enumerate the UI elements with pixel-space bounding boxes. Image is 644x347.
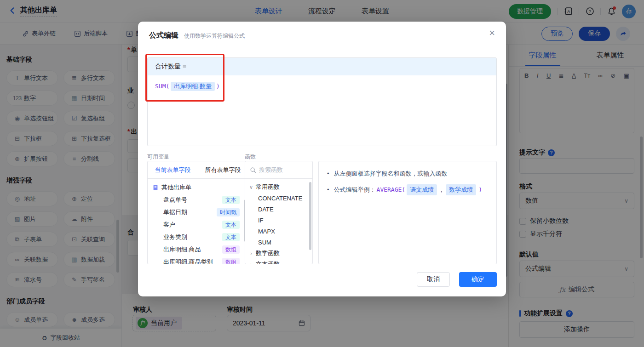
variable-type-badge: 文本 <box>222 196 240 204</box>
help-line-1: • 从左侧面板选择字段名和函数，或输入函数 <box>327 169 488 179</box>
modal-header: 公式编辑 使用数学运算符编辑公式 <box>149 31 245 40</box>
variable-name: 出库明细.商品类别 <box>163 258 213 265</box>
example-chip: 语文成绩 <box>407 184 437 195</box>
functions-panel: ∨ 常用函数 CONCATENATEDATEIFMAPXSUM › 数学函数 ›… <box>245 161 313 264</box>
formula-target: 合计数量 = <box>155 63 186 71</box>
example-close-paren: ) <box>478 185 482 195</box>
common-function-items: CONCATENATEDATEIFMAPXSUM <box>245 193 312 248</box>
tab-all-form-fields[interactable]: 所有表单字段 <box>198 161 248 178</box>
help-line-2: • 公式编辑举例：AVERAGE(语文成绩，数学成绩) <box>327 184 488 195</box>
search-icon <box>250 167 256 173</box>
variables-list: 其他出库单 盘点单号 文本 单据日期 时间戳 客户 文本 <box>148 179 248 264</box>
chevron-down-icon: ∨ <box>249 184 253 190</box>
variable-type-badge: 时间戳 <box>217 208 240 216</box>
functions-section-label: 函数 <box>245 153 256 161</box>
functions-scrollbar[interactable] <box>309 182 311 250</box>
modal-title: 公式编辑 <box>149 31 178 40</box>
screen: 其他出库单 表单设计 流程设定 表单设置 数据管理 A ? 存 <box>0 0 644 347</box>
formula-function: SUM( <box>155 83 169 90</box>
confirm-button[interactable]: 确定 <box>459 272 497 287</box>
formula-edit-modal: 公式编辑 使用数学运算符编辑公式 × 合计数量 = SUM(出库明细.数量) 可… <box>138 22 506 296</box>
chevron-right-icon: › <box>249 262 253 264</box>
cancel-button[interactable]: 取消 <box>417 272 450 287</box>
variable-row[interactable]: 盘点单号 文本 <box>148 193 248 206</box>
group-label: 常用函数 <box>256 183 280 191</box>
close-icon[interactable]: × <box>489 28 495 38</box>
variable-rows: 盘点单号 文本 单据日期 时间戳 客户 文本 业务类别 文本 出库明细. <box>148 193 248 264</box>
tab-current-form-fields[interactable]: 当前表单字段 <box>148 161 198 178</box>
root-node-label: 其他出库单 <box>161 183 191 192</box>
variable-name: 业务类别 <box>163 233 187 241</box>
function-search-input[interactable] <box>259 166 308 173</box>
group-common-functions[interactable]: ∨ 常用函数 <box>245 182 312 193</box>
variables-section-label: 可用变量 <box>147 153 169 161</box>
variables-root-node[interactable]: 其他出库单 <box>148 181 248 193</box>
function-item[interactable]: DATE <box>245 204 312 215</box>
variable-row[interactable]: 出库明细.商品 数组 <box>148 243 248 256</box>
document-icon <box>152 184 159 191</box>
function-item[interactable]: SUM <box>245 237 312 248</box>
formula-close-paren: ) <box>216 83 220 90</box>
group-label: 数学函数 <box>256 249 280 257</box>
variable-name: 盘点单号 <box>163 196 187 204</box>
variable-row[interactable]: 出库明细.商品类别 数组 <box>148 256 248 264</box>
variable-row[interactable]: 客户 文本 <box>148 218 248 231</box>
variables-panel: 当前表单字段 所有表单字段 其他出库单 盘点单号 文本 单据日期 时间戳 <box>147 161 248 264</box>
variable-row[interactable]: 业务类别 文本 <box>148 231 248 243</box>
chevron-right-icon: › <box>249 250 253 256</box>
variable-type-badge: 数组 <box>222 245 240 254</box>
variable-type-badge: 数组 <box>222 258 240 265</box>
variable-type-badge: 文本 <box>222 221 240 229</box>
variables-tabs: 当前表单字段 所有表单字段 <box>148 161 248 179</box>
field-chip[interactable]: 出库明细.数量 <box>171 82 215 91</box>
formula-expression: SUM(出库明细.数量) <box>148 75 496 97</box>
modal-subtitle: 使用数学运算符编辑公式 <box>184 32 245 40</box>
variable-name: 出库明细.商品 <box>163 245 201 254</box>
group-math-functions[interactable]: › 数学函数 <box>245 248 312 259</box>
example-chip: 数学成绩 <box>446 184 476 195</box>
variable-name: 客户 <box>163 221 175 229</box>
example-function: AVERAGE( <box>377 185 406 195</box>
variable-name: 单据日期 <box>163 208 187 216</box>
group-text-functions[interactable]: › 文本函数 <box>245 259 312 264</box>
modal-footer: 取消 确定 <box>417 272 497 287</box>
group-label: 文本函数 <box>256 260 280 264</box>
function-item[interactable]: CONCATENATE <box>245 193 312 204</box>
bullet: • <box>327 169 329 179</box>
help-panel: • 从左侧面板选择字段名和函数，或输入函数 • 公式编辑举例：AVERAGE(语… <box>318 161 497 264</box>
functions-tree: ∨ 常用函数 CONCATENATEDATEIFMAPXSUM › 数学函数 ›… <box>245 179 312 264</box>
formula-target-band: 合计数量 = <box>148 58 496 75</box>
function-item[interactable]: MAPX <box>245 226 312 237</box>
bullet: • <box>327 185 329 195</box>
variable-type-badge: 文本 <box>222 233 240 241</box>
formula-editor[interactable]: 合计数量 = SUM(出库明细.数量) <box>147 57 497 146</box>
function-item[interactable]: IF <box>245 215 312 226</box>
variable-row[interactable]: 单据日期 时间戳 <box>148 206 248 218</box>
function-search <box>245 161 312 179</box>
